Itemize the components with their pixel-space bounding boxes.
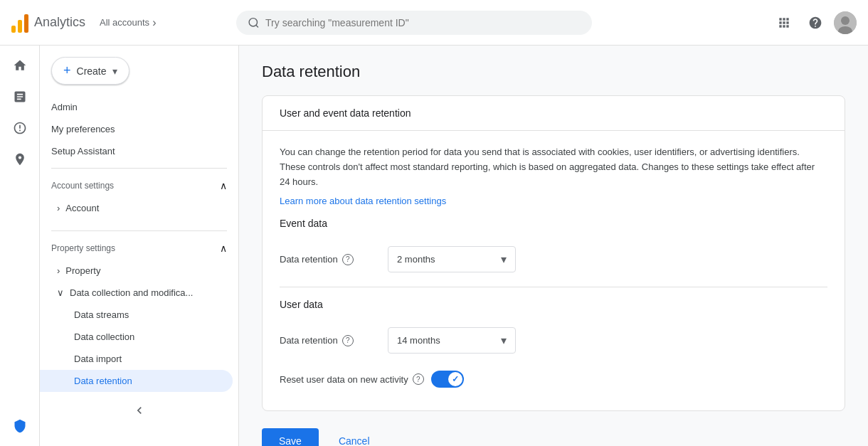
card-section-title: User and event data retention	[263, 96, 845, 131]
logo-area: Analytics	[11, 13, 85, 33]
user-retention-help-icon[interactable]: ?	[342, 335, 354, 346]
icon-nav	[0, 46, 40, 446]
user-retention-dropdown[interactable]: 14 months ▾	[388, 327, 516, 354]
property-settings-chevron: ∧	[220, 243, 227, 254]
action-row: Save Cancel	[262, 428, 845, 446]
sidebar-item-admin[interactable]: Admin	[40, 96, 238, 118]
header-right	[771, 10, 857, 36]
account-settings-chevron: ∧	[220, 180, 227, 191]
sidebar-item-data-retention[interactable]: Data retention	[40, 370, 233, 392]
event-retention-label: Data retention ?	[280, 254, 379, 265]
toggle-knob: ✓	[448, 372, 462, 386]
account-settings-section: Account settings ∧ › Account	[40, 174, 238, 225]
event-retention-value: 2 months	[397, 254, 435, 265]
app-title: Analytics	[34, 15, 85, 30]
property-chevron-icon: ›	[57, 265, 60, 276]
search-icon	[248, 16, 260, 29]
search-input[interactable]	[265, 17, 581, 28]
user-retention-row: Data retention ? 14 months ▾	[280, 319, 827, 362]
sidebar-item-preferences[interactable]: My preferences	[40, 118, 238, 140]
page-title: Data retention	[262, 63, 845, 81]
svg-point-0	[249, 18, 257, 26]
create-plus-icon: +	[63, 63, 71, 78]
data-retention-card: User and event data retention You can ch…	[262, 95, 845, 411]
property-settings-header[interactable]: Property settings ∧	[40, 237, 238, 260]
event-retention-dropdown[interactable]: 2 months ▾	[388, 246, 516, 272]
property-settings-title: Property settings	[51, 243, 115, 253]
breadcrumb[interactable]: All accounts ›	[100, 16, 228, 29]
card-body: You can change the retention period for …	[263, 131, 845, 410]
sidebar-item-setup[interactable]: Setup Assistant	[40, 140, 238, 162]
nav-home[interactable]	[6, 51, 34, 80]
main-content: Data retention User and event data reten…	[239, 46, 868, 446]
apps-icon[interactable]	[771, 10, 797, 36]
user-dropdown-arrow-icon: ▾	[501, 334, 507, 347]
nav-explore[interactable]	[6, 114, 34, 142]
reset-toggle-row: Reset user data on new activity ? ✓	[280, 362, 827, 396]
toggle-check-icon: ✓	[452, 374, 459, 384]
event-retention-help-icon[interactable]: ?	[342, 254, 354, 265]
cancel-button[interactable]: Cancel	[327, 428, 381, 446]
help-icon[interactable]	[803, 10, 828, 36]
top-header: Analytics All accounts ›	[0, 0, 868, 46]
event-dropdown-arrow-icon: ▾	[501, 253, 507, 266]
sidebar-item-data-collection-sub[interactable]: Data collection	[40, 326, 233, 348]
sidebar-collapse-button[interactable]	[40, 398, 238, 423]
nav-reports[interactable]	[6, 83, 34, 111]
avatar[interactable]	[834, 11, 857, 34]
reset-help-icon[interactable]: ?	[413, 373, 424, 385]
breadcrumb-chevron: ›	[152, 16, 156, 29]
account-chevron-icon: ›	[57, 203, 60, 213]
sidebar-item-property[interactable]: › Property	[40, 260, 233, 282]
section-divider	[280, 287, 827, 287]
data-collection-chevron-icon: ∨	[57, 287, 64, 298]
sidebar-item-data-streams[interactable]: Data streams	[40, 304, 233, 326]
sidebar-divider-1	[51, 168, 227, 169]
event-data-label: Event data	[280, 218, 827, 229]
account-settings-title: Account settings	[51, 181, 114, 191]
app-layout: + Create ▾ Admin My preferences Setup As…	[0, 46, 868, 446]
create-chevron-icon: ▾	[112, 65, 117, 77]
analytics-logo	[11, 13, 28, 33]
nav-admin[interactable]	[6, 412, 34, 440]
event-retention-row: Data retention ? 2 months ▾	[280, 238, 827, 281]
sidebar-item-data-import[interactable]: Data import	[40, 348, 233, 370]
save-button[interactable]: Save	[262, 428, 319, 446]
learn-more-link[interactable]: Learn more about data retention settings	[280, 196, 446, 206]
sidebar: + Create ▾ Admin My preferences Setup As…	[40, 46, 239, 446]
sidebar-divider-2	[51, 230, 227, 231]
user-retention-value: 14 months	[397, 335, 440, 346]
search-bar[interactable]	[236, 11, 592, 35]
property-settings-section: Property settings ∧ › Property ∨ Data co…	[40, 237, 238, 398]
sidebar-item-account[interactable]: › Account	[40, 197, 233, 219]
svg-line-1	[256, 25, 258, 27]
nav-advertising[interactable]	[6, 145, 34, 174]
user-retention-label: Data retention ?	[280, 335, 379, 346]
description-text: You can change the retention period for …	[280, 145, 827, 189]
account-settings-header[interactable]: Account settings ∧	[40, 174, 238, 197]
reset-label: Reset user data on new activity ?	[280, 373, 424, 385]
svg-point-3	[841, 16, 850, 25]
sidebar-item-data-collection[interactable]: ∨ Data collection and modifica...	[40, 282, 233, 304]
user-data-label: User data	[280, 299, 827, 310]
breadcrumb-text: All accounts	[100, 17, 149, 28]
reset-toggle[interactable]: ✓	[431, 371, 464, 388]
create-button[interactable]: + Create ▾	[51, 57, 129, 85]
create-label: Create	[77, 65, 107, 77]
